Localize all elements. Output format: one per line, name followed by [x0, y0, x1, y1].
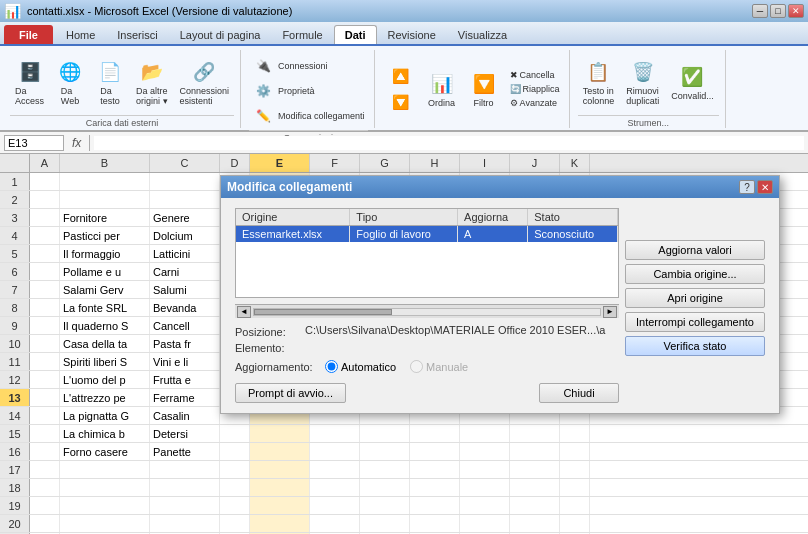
btn-prompt-avvio[interactable]: Prompt di avvio...: [235, 383, 346, 403]
sheet-cell[interactable]: [150, 461, 220, 478]
sheet-cell[interactable]: Casa della ta: [60, 335, 150, 352]
sheet-cell[interactable]: [30, 227, 60, 244]
sheet-cell[interactable]: [30, 191, 60, 208]
col-header-A[interactable]: A: [30, 154, 60, 172]
col-header-G[interactable]: G: [360, 154, 410, 172]
row-header[interactable]: 8: [0, 299, 30, 316]
btn-cancella[interactable]: ✖Cancella: [507, 69, 563, 81]
sheet-cell[interactable]: Detersi: [150, 425, 220, 442]
tab-home[interactable]: Home: [55, 25, 106, 44]
btn-verifica-stato[interactable]: Verifica stato: [625, 336, 765, 356]
sheet-cell[interactable]: Il formaggio: [60, 245, 150, 262]
sheet-cell[interactable]: [310, 461, 360, 478]
sheet-cell[interactable]: Salami Gerv: [60, 281, 150, 298]
sheet-cell[interactable]: [150, 479, 220, 496]
sheet-cell[interactable]: Bevanda: [150, 299, 220, 316]
maximize-button[interactable]: □: [770, 4, 786, 18]
btn-convalid[interactable]: ✅ Convalid...: [666, 60, 719, 104]
sheet-cell[interactable]: [310, 425, 360, 442]
sheet-cell[interactable]: [360, 515, 410, 532]
row-header[interactable]: 14: [0, 407, 30, 424]
sheet-cell[interactable]: Genere: [150, 209, 220, 226]
tab-file[interactable]: File: [4, 25, 53, 44]
cell-reference-input[interactable]: E13: [4, 135, 64, 151]
sheet-cell[interactable]: [560, 497, 590, 514]
sheet-cell[interactable]: [460, 497, 510, 514]
sheet-cell[interactable]: [410, 443, 460, 460]
sheet-cell[interactable]: Salumi: [150, 281, 220, 298]
btn-connessioni-esistenti[interactable]: 🔗 Connessioniesistenti: [175, 55, 235, 109]
sheet-cell[interactable]: [60, 173, 150, 190]
sheet-cell[interactable]: [410, 425, 460, 442]
scroll-thumb[interactable]: [254, 309, 392, 315]
sheet-cell[interactable]: [60, 461, 150, 478]
btn-filtro[interactable]: 🔽 Filtro: [465, 67, 503, 111]
btn-cambia-origine[interactable]: Cambia origine...: [625, 264, 765, 284]
row-header[interactable]: 16: [0, 443, 30, 460]
sheet-cell[interactable]: [30, 317, 60, 334]
tab-revisione[interactable]: Revisione: [377, 25, 447, 44]
sheet-cell[interactable]: [220, 497, 250, 514]
sheet-cell[interactable]: [60, 479, 150, 496]
btn-altre-origini[interactable]: 📂 Da altreorigini ▾: [131, 55, 173, 109]
sheet-cell[interactable]: La pignatta G: [60, 407, 150, 424]
btn-aggiorna-valori[interactable]: Aggiorna valori: [625, 240, 765, 260]
sheet-cell[interactable]: [460, 461, 510, 478]
sheet-cell[interactable]: Carni: [150, 263, 220, 280]
row-header[interactable]: 17: [0, 461, 30, 478]
sheet-cell[interactable]: Ferrame: [150, 389, 220, 406]
sheet-cell[interactable]: [250, 515, 310, 532]
sheet-cell[interactable]: Latticini: [150, 245, 220, 262]
sheet-cell[interactable]: [460, 443, 510, 460]
sheet-cell[interactable]: Cancell: [150, 317, 220, 334]
sheet-cell[interactable]: La fonte SRL: [60, 299, 150, 316]
row-header[interactable]: 9: [0, 317, 30, 334]
row-header[interactable]: 4: [0, 227, 30, 244]
sheet-cell[interactable]: [510, 443, 560, 460]
btn-web[interactable]: 🌐 DaWeb: [51, 55, 89, 109]
col-header-B[interactable]: B: [60, 154, 150, 172]
tab-formule[interactable]: Formule: [271, 25, 333, 44]
sheet-cell[interactable]: [250, 461, 310, 478]
sheet-cell[interactable]: [30, 425, 60, 442]
sheet-cell[interactable]: [250, 425, 310, 442]
formula-input[interactable]: [94, 136, 804, 150]
sheet-cell[interactable]: [250, 479, 310, 496]
sheet-cell[interactable]: [410, 479, 460, 496]
sheet-cell[interactable]: [410, 461, 460, 478]
sheet-cell[interactable]: [30, 389, 60, 406]
sheet-cell[interactable]: [150, 191, 220, 208]
sheet-cell[interactable]: [220, 443, 250, 460]
scroll-right-arrow[interactable]: ►: [603, 306, 617, 318]
sheet-cell[interactable]: [510, 479, 560, 496]
sheet-cell[interactable]: L'attrezzo pe: [60, 389, 150, 406]
row-header[interactable]: 2: [0, 191, 30, 208]
sheet-cell[interactable]: [410, 515, 460, 532]
row-header[interactable]: 12: [0, 371, 30, 388]
row-header[interactable]: 10: [0, 335, 30, 352]
btn-proprieta[interactable]: ⚙️ Proprietà: [249, 79, 318, 103]
sheet-cell[interactable]: [220, 515, 250, 532]
sheet-cell[interactable]: Pasta fr: [150, 335, 220, 352]
dialog-close-button[interactable]: ✕: [757, 180, 773, 194]
row-header[interactable]: 6: [0, 263, 30, 280]
close-button[interactable]: ✕: [788, 4, 804, 18]
sheet-cell[interactable]: [150, 173, 220, 190]
sheet-cell[interactable]: Dolcium: [150, 227, 220, 244]
sheet-cell[interactable]: La chimica b: [60, 425, 150, 442]
tab-dati[interactable]: Dati: [334, 25, 377, 44]
btn-ordina[interactable]: 📊 Ordina: [423, 67, 461, 111]
sheet-cell[interactable]: [360, 443, 410, 460]
sheet-cell[interactable]: Spiriti liberi S: [60, 353, 150, 370]
sheet-cell[interactable]: [510, 461, 560, 478]
sheet-cell[interactable]: [560, 515, 590, 532]
sheet-cell[interactable]: [60, 191, 150, 208]
sheet-cell[interactable]: [220, 425, 250, 442]
btn-connessioni[interactable]: 🔌 Connessioni: [249, 54, 331, 78]
sheet-cell[interactable]: [360, 425, 410, 442]
sheet-cell[interactable]: [510, 425, 560, 442]
sheet-cell[interactable]: [30, 245, 60, 262]
tab-layout[interactable]: Layout di pagina: [169, 25, 272, 44]
sheet-cell[interactable]: [30, 371, 60, 388]
btn-modifica-collegamenti[interactable]: ✏️ Modifica collegamenti: [249, 104, 368, 128]
